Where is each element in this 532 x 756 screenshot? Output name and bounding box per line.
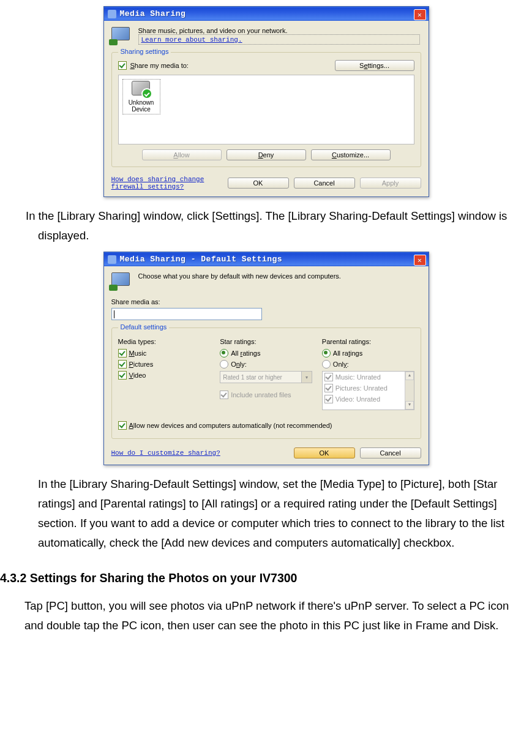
parental-all-label: All ratings <box>333 350 362 357</box>
settings-button[interactable]: Settings... <box>335 60 414 71</box>
cancel-button[interactable]: Cancel <box>360 447 421 458</box>
star-only-radio[interactable] <box>220 360 228 369</box>
list-music-label: Music: Unrated <box>335 373 381 381</box>
device-unknown[interactable]: Unknown Device <box>122 79 160 114</box>
parental-only-radio[interactable] <box>322 360 331 369</box>
customize-button[interactable]: Customize... <box>311 149 391 160</box>
allow-new-devices-checkbox[interactable] <box>118 421 127 430</box>
learn-more-link[interactable]: Learn more about sharing. <box>141 36 242 43</box>
device-label-line2: Device <box>132 106 151 113</box>
share-as-input[interactable] <box>111 308 262 320</box>
dialog-title: Media Sharing <box>120 9 186 18</box>
music-label: Music <box>129 350 147 357</box>
star-ratings-column: Star ratings: All ratings Only: Rated 1 … <box>220 338 312 410</box>
dialog-title: Media Sharing - Default Settings <box>120 255 283 264</box>
include-unrated-checkbox <box>220 391 228 399</box>
monitor-icon <box>111 272 132 290</box>
monitor-icon <box>111 27 132 44</box>
list-music-checkbox <box>324 373 333 381</box>
parental-ratings-column: Parental ratings: All ratings Only: Musi… <box>322 338 414 410</box>
star-only-label: Only: <box>231 361 247 368</box>
list-pictures-label: Pictures: Unrated <box>335 384 388 392</box>
allow-button: Allow <box>142 149 222 160</box>
include-unrated-label: Include unrated files <box>231 391 291 399</box>
star-rating-combo: Rated 1 star or higher ▾ <box>220 371 312 383</box>
media-sharing-dialog: Media Sharing ✕ Share music, pictures, a… <box>103 6 429 197</box>
device-label-line1: Unknown <box>129 99 154 106</box>
close-icon[interactable]: ✕ <box>414 9 426 20</box>
chevron-down-icon: ▾ <box>301 372 312 383</box>
star-label: Star ratings: <box>220 338 312 345</box>
apply-button: Apply <box>360 178 421 189</box>
titlebar[interactable]: Media Sharing ✕ <box>104 7 429 21</box>
share-my-media-label: Share my media to: <box>130 62 189 69</box>
allow-new-devices-label: Allow new devices and computers automati… <box>129 422 332 429</box>
paragraph-2: In the [Library Sharing-Default Settings… <box>0 474 532 553</box>
pictures-label: Pictures <box>129 361 154 368</box>
list-video-label: Video: Unrated <box>335 395 380 403</box>
star-all-radio[interactable] <box>220 349 228 357</box>
fieldset-legend: Sharing settings <box>118 48 171 55</box>
share-my-media-checkbox[interactable] <box>118 61 127 70</box>
ok-button[interactable]: OK <box>294 447 355 458</box>
dialog-description: Share music, pictures, and video on your… <box>138 27 421 34</box>
default-settings-group: Default settings Media types: Music Pict… <box>111 327 421 439</box>
device-list[interactable]: Unknown Device <box>118 75 414 144</box>
parental-all-radio[interactable] <box>322 349 331 357</box>
sharing-settings-group: Sharing settings Share my media to: Sett… <box>111 52 421 167</box>
app-icon <box>108 10 116 18</box>
share-as-label: Share media as: <box>111 298 421 305</box>
parental-only-label: Only: <box>333 361 349 368</box>
titlebar[interactable]: Media Sharing - Default Settings ✕ <box>104 252 429 266</box>
list-video-checkbox <box>324 395 333 403</box>
fieldset-legend: Default settings <box>118 323 170 331</box>
info-row: Choose what you share by default with ne… <box>111 272 421 290</box>
section-heading: 4.3.2 Settings for Sharing the Photos on… <box>0 571 532 585</box>
video-label: Video <box>129 372 146 379</box>
media-types-column: Media types: Music Pictures Video <box>118 338 211 410</box>
close-icon[interactable]: ✕ <box>414 255 426 266</box>
parental-listbox: Music: Unrated Pictures: Unrated Video: … <box>322 371 414 410</box>
pictures-checkbox[interactable] <box>118 360 127 369</box>
list-pictures-checkbox <box>324 384 333 392</box>
media-types-label: Media types: <box>118 338 211 345</box>
ok-button[interactable]: OK <box>228 178 289 189</box>
paragraph-3: Tap [PC] button, you will see photos via… <box>0 596 532 635</box>
scrollbar: ▴ ▾ <box>405 372 414 410</box>
info-row: Share music, pictures, and video on your… <box>111 27 421 45</box>
video-checkbox[interactable] <box>118 371 127 380</box>
app-icon <box>108 255 116 264</box>
parental-label: Parental ratings: <box>322 338 414 345</box>
dialog-description: Choose what you share by default with ne… <box>138 272 421 280</box>
device-icon <box>132 81 151 98</box>
firewall-link[interactable]: How does sharing change firewall setting… <box>111 176 222 190</box>
default-settings-dialog: Media Sharing - Default Settings ✕ Choos… <box>103 252 429 465</box>
music-checkbox[interactable] <box>118 349 127 357</box>
paragraph-1: In the [Library Sharing] window, click [… <box>0 206 532 245</box>
customize-link[interactable]: How do I customize sharing? <box>111 449 220 457</box>
deny-button[interactable]: Deny <box>227 149 306 160</box>
cancel-button[interactable]: Cancel <box>294 178 355 189</box>
combo-value: Rated 1 star or higher <box>223 374 282 381</box>
star-all-label: All ratings <box>231 350 260 357</box>
